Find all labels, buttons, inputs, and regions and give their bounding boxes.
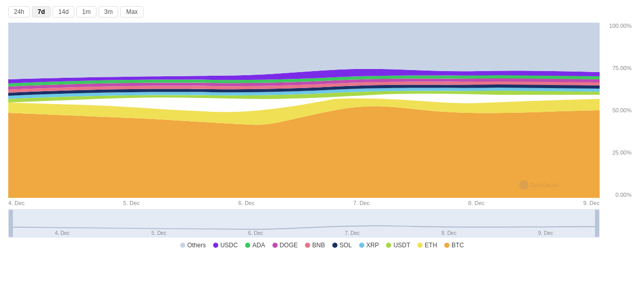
x-label-9dec: 9. Dec	[583, 200, 600, 206]
x-label-5dec: 5. Dec	[123, 200, 140, 206]
legend-dot-btc	[444, 243, 449, 248]
legend-item-sol[interactable]: SOL	[332, 242, 352, 249]
legend-dot-xrp	[359, 243, 364, 248]
y-label-75: 75.00%	[613, 65, 632, 71]
btn-1m[interactable]: 1m	[76, 6, 96, 18]
watermark-icon	[519, 180, 528, 190]
legend-label-btc: BTC	[452, 242, 464, 249]
nav-x-label-9dec: 9. Dec	[538, 230, 553, 236]
legend-label-doge: DOGE	[280, 242, 298, 249]
nav-x-label-4dec: 4. Dec	[55, 230, 70, 236]
y-label-50: 50.00%	[613, 107, 632, 113]
legend-item-usdc[interactable]: USDC	[213, 242, 238, 249]
nav-x-label-5dec: 5. Dec	[152, 230, 167, 236]
y-label-25: 25.00%	[613, 149, 632, 156]
watermark-text: CoinGecko	[530, 182, 558, 188]
x-axis-labels: 4. Dec 5. Dec 6. Dec 7. Dec 8. Dec 9. De…	[8, 198, 600, 208]
legend-item-xrp[interactable]: XRP	[359, 242, 379, 249]
legend-label-bnb: BNB	[312, 242, 325, 249]
nav-x-label-7dec: 7. Dec	[345, 230, 360, 236]
legend-label-usdt: USDT	[393, 242, 410, 249]
legend-dot-eth	[417, 243, 423, 248]
btn-14d[interactable]: 14d	[53, 6, 74, 18]
x-label-8dec: 8. Dec	[468, 200, 485, 206]
legend-item-ada[interactable]: ADA	[245, 242, 265, 249]
legend-label-others: Others	[187, 242, 206, 249]
legend-label-eth: ETH	[425, 242, 437, 249]
legend-item-others[interactable]: Others	[180, 242, 206, 249]
legend-label-sol: SOL	[340, 242, 352, 249]
y-label-0: 0.00%	[616, 192, 632, 198]
btn-7d[interactable]: 7d	[32, 6, 51, 18]
main-chart-wrapper: CoinGecko 100.00% 75.00% 50.00% 25.00% 0…	[8, 23, 636, 198]
y-label-100: 100.00%	[609, 23, 632, 29]
y-axis: 100.00% 75.00% 50.00% 25.00% 0.00%	[600, 23, 636, 198]
btn-24h[interactable]: 24h	[8, 6, 30, 18]
chart-legend: Others USDC ADA DOGE BNB SOL XRP USDT	[8, 242, 636, 249]
watermark: CoinGecko	[519, 180, 558, 190]
legend-dot-others	[180, 243, 185, 248]
x-label-6dec: 6. Dec	[238, 200, 255, 206]
main-chart-svg	[8, 23, 600, 198]
main-chart-area: CoinGecko	[8, 23, 600, 198]
legend-label-usdc: USDC	[220, 242, 238, 249]
legend-dot-sol	[332, 243, 337, 248]
x-label-7dec: 7. Dec	[353, 200, 369, 206]
legend-item-bnb[interactable]: BNB	[305, 242, 325, 249]
nav-x-label-8dec: 8. Dec	[442, 230, 457, 236]
legend-item-usdt[interactable]: USDT	[386, 242, 410, 249]
legend-item-btc[interactable]: BTC	[444, 242, 464, 249]
legend-item-doge[interactable]: DOGE	[272, 242, 298, 249]
x-label-4dec: 4. Dec	[8, 200, 25, 206]
legend-dot-doge	[272, 243, 278, 248]
btn-max[interactable]: Max	[120, 6, 143, 18]
legend-dot-usdt	[386, 243, 391, 248]
legend-dot-bnb	[305, 243, 310, 248]
legend-label-ada: ADA	[252, 242, 265, 249]
legend-dot-usdc	[213, 243, 218, 248]
nav-x-label-6dec: 6. Dec	[248, 230, 263, 236]
btn-3m[interactable]: 3m	[99, 6, 119, 18]
legend-item-eth[interactable]: ETH	[417, 242, 437, 249]
legend-dot-ada	[245, 243, 250, 248]
chart-navigator[interactable]: 4. Dec 5. Dec 6. Dec 7. Dec 8. Dec 9. De…	[8, 209, 600, 238]
legend-label-xrp: XRP	[366, 242, 379, 249]
time-range-selector: 24h 7d 14d 1m 3m Max	[8, 6, 636, 18]
